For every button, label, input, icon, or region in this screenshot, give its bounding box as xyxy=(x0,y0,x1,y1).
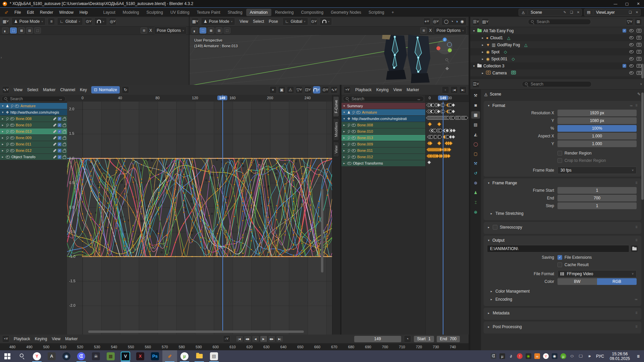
outliner-search[interactable]: Search xyxy=(528,19,591,25)
outliner-item-spot[interactable]: ▸◉Spot◇ xyxy=(470,48,644,55)
keyframe-row[interactable] xyxy=(426,102,469,108)
filter-funnel-icon[interactable]: ▽˅ xyxy=(296,86,303,94)
disable-render-camera-icon[interactable] xyxy=(637,57,641,61)
tray-utorrent-tray-icon[interactable]: µ xyxy=(499,353,505,359)
frame-range-panel-header[interactable]: ▾Frame Range⠿ xyxy=(484,180,641,186)
enable-checkbox[interactable]: ✓ xyxy=(58,130,61,133)
select-circle-tool-icon[interactable]: ▩ xyxy=(18,27,25,34)
pin-icon[interactable] xyxy=(6,143,9,146)
channel-row-bone-010[interactable]: ▸Bone.010✓ xyxy=(0,122,67,128)
copy-scene-icon[interactable]: ❏ xyxy=(568,10,575,14)
enable-checkbox[interactable]: ✓ xyxy=(58,136,61,140)
keyframe-row[interactable] xyxy=(426,153,469,159)
file-format-dropdown[interactable]: FFmpeg Video ˅ xyxy=(557,270,637,278)
gizmo-y-axis[interactable] xyxy=(448,48,452,52)
keyframe-row[interactable] xyxy=(426,115,469,121)
play-reverse-button[interactable]: ◀ xyxy=(252,336,259,342)
lock-open-icon[interactable] xyxy=(63,137,66,140)
pin-icon[interactable] xyxy=(6,130,9,133)
dope-menu-view[interactable]: View xyxy=(391,86,404,93)
expand-icon[interactable]: ▸ xyxy=(1,155,4,159)
next-keyframe-button[interactable]: ◆▶ xyxy=(268,336,275,342)
value-field-aspect-x[interactable]: 1.000 xyxy=(557,133,637,139)
expand-icon[interactable]: ▸ xyxy=(1,123,4,127)
x-mirror-label[interactable]: X xyxy=(149,28,152,33)
time-stretching-subpanel[interactable]: ▸Time Stretching xyxy=(484,209,641,218)
timeline-ruler[interactable]: 4804905005105205305405505605705805906006… xyxy=(0,344,469,351)
pivot-point-icon[interactable]: ⊙˅ xyxy=(310,18,318,25)
expand-icon[interactable]: ▸ xyxy=(481,57,484,61)
expand-icon[interactable]: ▸ xyxy=(342,142,346,146)
view-layer-selector[interactable]: ▤ ViewLayer ❏ ✕ xyxy=(584,9,641,16)
format-panel-header[interactable]: ▾Format ≔ ⠿ xyxy=(484,102,641,109)
workspace-tab-layout[interactable]: Layout xyxy=(100,9,119,16)
graph-menu-marker[interactable]: Marker xyxy=(41,86,58,93)
properties-tab-render[interactable]: ◙ xyxy=(471,102,480,109)
pin-icon[interactable]: ✎ xyxy=(637,92,641,97)
keyframe-row[interactable] xyxy=(426,146,469,153)
workspace-tab-shading[interactable]: Shading xyxy=(224,9,246,16)
jump-end-icon[interactable]: ▶| xyxy=(459,86,467,94)
eye-icon[interactable] xyxy=(15,105,19,108)
expand-icon[interactable]: ▾ xyxy=(1,111,4,114)
expand-icon[interactable]: ▸ xyxy=(1,149,4,152)
stereoscopy-panel-header[interactable]: ▸ Stereoscopy⠿ xyxy=(484,223,641,231)
hide-viewport-eye-icon[interactable] xyxy=(629,64,634,67)
value-field-resolution-x[interactable]: 1920 px xyxy=(557,110,637,116)
modifier-wrench-icon[interactable] xyxy=(53,149,56,152)
cursor-tool-icon[interactable]: ⬚ xyxy=(34,27,41,34)
pin-icon[interactable] xyxy=(347,124,350,127)
taskbar-app-start[interactable] xyxy=(0,350,15,362)
outliner-item-alt-tab-easy-fog[interactable]: ▾Alt Tab Easy Fog✓ xyxy=(470,27,644,34)
channel-row-bone-009[interactable]: ▸Bone.009✓ xyxy=(0,135,67,141)
disable-render-camera-icon[interactable] xyxy=(637,71,641,75)
refresh-icon[interactable]: ↻ xyxy=(122,86,129,94)
keyframe-diamond[interactable] xyxy=(437,141,441,145)
prev-keyframe-button[interactable]: ◀◆ xyxy=(244,336,251,342)
expand-icon[interactable]: ▸ xyxy=(1,117,4,120)
output-panel-header[interactable]: ▾Output⠿ xyxy=(484,237,641,244)
proportional-editing-icon[interactable]: ⊙˅ xyxy=(322,86,329,94)
channel-search[interactable]: Search ↔ xyxy=(1,96,66,102)
eye-icon[interactable] xyxy=(10,130,14,133)
keyframe-area[interactable]: 0 00 149 xyxy=(425,95,469,335)
material-shading-icon[interactable]: ◑ xyxy=(455,19,458,24)
open-folder-icon[interactable] xyxy=(631,245,638,252)
taskbar-app-notes-app[interactable]: ▤ xyxy=(207,350,221,362)
grid-icon[interactable]: ⊞ xyxy=(420,27,427,34)
disable-render-camera-icon[interactable] xyxy=(637,64,641,68)
taskbar-app-utorrent[interactable]: µ xyxy=(177,350,192,362)
editor-type-icon[interactable]: ◔˅ xyxy=(343,86,351,94)
jump-end-button[interactable]: ▶| xyxy=(276,336,283,342)
minimize-button[interactable]: — xyxy=(610,0,621,7)
lock-open-icon[interactable] xyxy=(63,131,66,133)
value-field-end[interactable]: 700 xyxy=(557,195,637,201)
exclude-checkbox[interactable]: ✓ xyxy=(623,64,626,68)
wireframe-shading-icon[interactable]: ◯ xyxy=(444,19,448,24)
hide-viewport-eye-icon[interactable] xyxy=(629,71,634,74)
tray-daemon-tool-icon[interactable]: ∂ xyxy=(508,353,514,359)
stereoscopy-checkbox[interactable] xyxy=(493,225,497,230)
pan-hand-icon[interactable]: ✥ xyxy=(444,66,450,72)
mode-selector[interactable]: ♟Pose Mode˅ xyxy=(201,17,235,25)
enable-checkbox[interactable]: ✓ xyxy=(58,149,61,153)
value-field-step[interactable]: 1 xyxy=(557,202,637,209)
keyframe-row[interactable] xyxy=(426,134,469,140)
keyframe-diamond[interactable] xyxy=(451,103,455,107)
clock[interactable]: 15:26:56 09.01.2025 xyxy=(608,352,632,361)
fcurve-canvas[interactable] xyxy=(67,102,332,335)
channel-row-bone-009[interactable]: ▸Bone.009 xyxy=(341,141,425,147)
editor-type-icon[interactable]: ▦˅ xyxy=(2,18,9,25)
properties-tab-modifiers[interactable]: ⚒ xyxy=(471,160,480,167)
channel-row-bone-012[interactable]: ▸Bone.012✓ xyxy=(0,147,67,154)
blender-app-menu-icon[interactable]: 🜚 xyxy=(3,10,10,15)
expand-icon[interactable]: ▾ xyxy=(342,111,346,114)
language-indicator[interactable]: РУС xyxy=(596,354,604,359)
graph-menu-channel[interactable]: Channel xyxy=(58,86,78,93)
delete-view-layer-icon[interactable]: ✕ xyxy=(634,10,640,14)
channel-row-bone-013[interactable]: ▸Bone.013 xyxy=(341,135,425,141)
modifier-wrench-icon[interactable] xyxy=(53,136,56,139)
properties-tab-physics[interactable]: ↺ xyxy=(471,170,480,177)
dope-menu-marker[interactable]: Marker xyxy=(404,86,421,93)
editor-type-icon[interactable]: ☰˅ xyxy=(472,18,480,25)
